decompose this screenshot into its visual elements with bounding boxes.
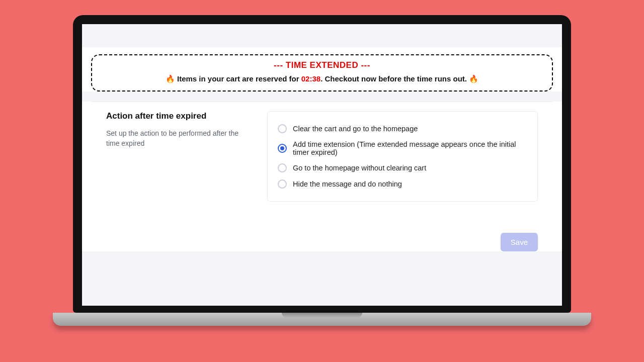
- time-extended-banner: --- TIME EXTENDED --- 🔥 Items in your ca…: [91, 54, 553, 92]
- radio-label: Hide the message and do nothing: [293, 180, 402, 188]
- save-button[interactable]: Save: [501, 233, 538, 251]
- radio-label: Go to the homepage without clearing cart: [293, 164, 426, 172]
- fire-icon: 🔥: [166, 74, 175, 83]
- radio-option-0[interactable]: Clear the cart and go to the homepage: [278, 121, 527, 137]
- settings-description-col: Action after time expired Set up the act…: [106, 111, 247, 149]
- laptop-base: [53, 313, 591, 326]
- page-card: --- TIME EXTENDED --- 🔥 Items in your ca…: [82, 47, 562, 92]
- radio-icon[interactable]: [278, 144, 287, 153]
- laptop-mockup: --- TIME EXTENDED --- 🔥 Items in your ca…: [73, 15, 571, 326]
- banner-title: --- TIME EXTENDED ---: [98, 60, 546, 70]
- banner-message: 🔥 Items in your cart are reserved for 02…: [98, 74, 546, 83]
- save-row: Save: [91, 222, 553, 251]
- radio-label: Clear the cart and go to the homepage: [293, 125, 418, 133]
- radio-option-2[interactable]: Go to the homepage without clearing cart: [278, 160, 527, 176]
- radio-icon[interactable]: [278, 163, 287, 172]
- settings-description: Set up the action to be performed after …: [106, 128, 247, 149]
- fire-icon: 🔥: [469, 74, 478, 83]
- settings-options-panel: Clear the cart and go to the homepageAdd…: [267, 111, 538, 202]
- radio-label: Add time extension (Time extended messag…: [293, 140, 527, 156]
- settings-area: Action after time expired Set up the act…: [91, 102, 553, 222]
- banner-suffix: . Checkout now before the time runs out.: [320, 74, 467, 83]
- settings-heading: Action after time expired: [106, 111, 247, 121]
- banner-prefix: Items in your cart are reserved for: [177, 74, 301, 83]
- radio-option-3[interactable]: Hide the message and do nothing: [278, 176, 527, 192]
- settings-card: Action after time expired Set up the act…: [82, 102, 562, 251]
- app-screen: --- TIME EXTENDED --- 🔥 Items in your ca…: [82, 24, 562, 306]
- radio-option-1[interactable]: Add time extension (Time extended messag…: [278, 137, 527, 160]
- radio-icon[interactable]: [278, 179, 287, 189]
- screen-bezel: --- TIME EXTENDED --- 🔥 Items in your ca…: [73, 15, 571, 313]
- banner-time: 02:38: [301, 74, 320, 83]
- radio-icon[interactable]: [278, 124, 287, 133]
